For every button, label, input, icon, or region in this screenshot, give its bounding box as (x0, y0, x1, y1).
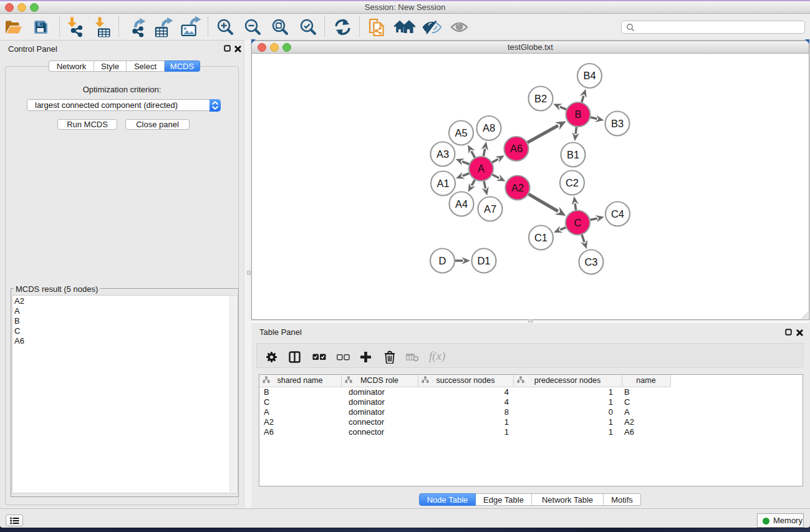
svg-text:B3: B3 (611, 118, 624, 129)
svg-text:C1: C1 (534, 232, 547, 243)
svg-text:D: D (439, 255, 446, 266)
svg-text:B: B (574, 109, 581, 120)
svg-text:C3: C3 (584, 256, 597, 268)
svg-text:C2: C2 (566, 177, 579, 188)
svg-text:A6: A6 (510, 143, 523, 154)
svg-text:B2: B2 (534, 93, 547, 104)
svg-text:C: C (574, 217, 582, 228)
svg-text:A7: A7 (484, 203, 496, 215)
svg-text:A1: A1 (436, 178, 449, 189)
svg-text:A8: A8 (483, 122, 495, 133)
svg-text:A5: A5 (455, 127, 467, 138)
svg-text:A2: A2 (511, 182, 524, 193)
svg-text:A4: A4 (455, 198, 468, 210)
svg-text:D1: D1 (477, 255, 490, 266)
svg-text:A: A (478, 163, 485, 174)
svg-text:C4: C4 (611, 208, 624, 220)
svg-text:A3: A3 (436, 148, 449, 160)
svg-text:B4: B4 (583, 70, 595, 81)
svg-text:B1: B1 (567, 149, 579, 160)
